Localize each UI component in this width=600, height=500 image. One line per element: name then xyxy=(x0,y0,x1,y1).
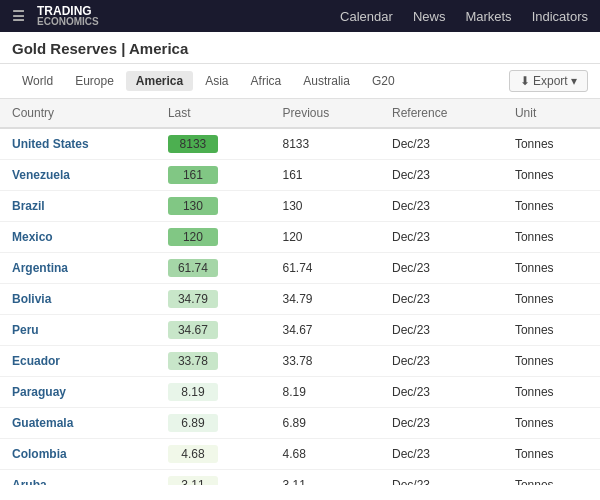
cell-reference: Dec/23 xyxy=(380,128,503,160)
tab-australia[interactable]: Australia xyxy=(293,71,360,91)
tab-africa[interactable]: Africa xyxy=(241,71,292,91)
tab-g20[interactable]: G20 xyxy=(362,71,405,91)
cell-unit: Tonnes xyxy=(503,470,600,486)
cell-last: 61.74 xyxy=(156,253,271,284)
cell-last: 161 xyxy=(156,160,271,191)
cell-unit: Tonnes xyxy=(503,439,600,470)
cell-country[interactable]: Brazil xyxy=(0,191,156,222)
cell-reference: Dec/23 xyxy=(380,222,503,253)
cell-country[interactable]: Colombia xyxy=(0,439,156,470)
cell-reference: Dec/23 xyxy=(380,408,503,439)
cell-country[interactable]: Ecuador xyxy=(0,346,156,377)
cell-previous: 34.67 xyxy=(271,315,380,346)
table-row: Paraguay8.198.19Dec/23Tonnes xyxy=(0,377,600,408)
cell-last: 34.67 xyxy=(156,315,271,346)
cell-reference: Dec/23 xyxy=(380,346,503,377)
cell-country[interactable]: Bolivia xyxy=(0,284,156,315)
col-last: Last xyxy=(156,99,271,128)
table-row: Brazil130130Dec/23Tonnes xyxy=(0,191,600,222)
col-previous: Previous xyxy=(271,99,380,128)
cell-last: 8133 xyxy=(156,128,271,160)
cell-country[interactable]: Mexico xyxy=(0,222,156,253)
page-title: Gold Reserves | America xyxy=(12,40,188,57)
cell-unit: Tonnes xyxy=(503,408,600,439)
region-tabs: World Europe America Asia Africa Austral… xyxy=(0,64,600,99)
cell-reference: Dec/23 xyxy=(380,377,503,408)
cell-country[interactable]: United States xyxy=(0,128,156,160)
cell-reference: Dec/23 xyxy=(380,191,503,222)
cell-last: 120 xyxy=(156,222,271,253)
table-header-row: Country Last Previous Reference Unit xyxy=(0,99,600,128)
tab-world[interactable]: World xyxy=(12,71,63,91)
cell-previous: 34.79 xyxy=(271,284,380,315)
table-row: Peru34.6734.67Dec/23Tonnes xyxy=(0,315,600,346)
cell-previous: 8133 xyxy=(271,128,380,160)
table-row: Bolivia34.7934.79Dec/23Tonnes xyxy=(0,284,600,315)
cell-unit: Tonnes xyxy=(503,315,600,346)
cell-last: 4.68 xyxy=(156,439,271,470)
cell-unit: Tonnes xyxy=(503,191,600,222)
cell-unit: Tonnes xyxy=(503,128,600,160)
cell-unit: Tonnes xyxy=(503,222,600,253)
cell-previous: 130 xyxy=(271,191,380,222)
cell-previous: 161 xyxy=(271,160,380,191)
tab-europe[interactable]: Europe xyxy=(65,71,124,91)
cell-last: 8.19 xyxy=(156,377,271,408)
cell-previous: 33.78 xyxy=(271,346,380,377)
col-reference: Reference xyxy=(380,99,503,128)
tab-asia[interactable]: Asia xyxy=(195,71,238,91)
cell-unit: Tonnes xyxy=(503,284,600,315)
cell-previous: 3.11 xyxy=(271,470,380,486)
cell-previous: 61.74 xyxy=(271,253,380,284)
nav-markets[interactable]: Markets xyxy=(465,9,511,24)
table-row: United States81338133Dec/23Tonnes xyxy=(0,128,600,160)
cell-reference: Dec/23 xyxy=(380,160,503,191)
cell-country[interactable]: Paraguay xyxy=(0,377,156,408)
nav-news[interactable]: News xyxy=(413,9,446,24)
cell-unit: Tonnes xyxy=(503,253,600,284)
table-row: Ecuador33.7833.78Dec/23Tonnes xyxy=(0,346,600,377)
cell-previous: 4.68 xyxy=(271,439,380,470)
logo: ☰ TRADING ECONOMICS xyxy=(12,5,99,27)
cell-reference: Dec/23 xyxy=(380,253,503,284)
cell-previous: 8.19 xyxy=(271,377,380,408)
cell-last: 130 xyxy=(156,191,271,222)
top-nav: Calendar News Markets Indicators xyxy=(340,9,588,24)
cell-unit: Tonnes xyxy=(503,377,600,408)
table-container: Country Last Previous Reference Unit Uni… xyxy=(0,99,600,485)
cell-previous: 120 xyxy=(271,222,380,253)
cell-last: 34.79 xyxy=(156,284,271,315)
logo-line2: ECONOMICS xyxy=(37,17,99,27)
hamburger-icon[interactable]: ☰ xyxy=(12,8,25,24)
cell-unit: Tonnes xyxy=(503,160,600,191)
col-unit: Unit xyxy=(503,99,600,128)
nav-indicators[interactable]: Indicators xyxy=(532,9,588,24)
cell-country[interactable]: Venezuela xyxy=(0,160,156,191)
cell-country[interactable]: Peru xyxy=(0,315,156,346)
cell-reference: Dec/23 xyxy=(380,439,503,470)
page-title-bar: Gold Reserves | America xyxy=(0,32,600,64)
cell-last: 33.78 xyxy=(156,346,271,377)
cell-country[interactable]: Aruba xyxy=(0,470,156,486)
table-row: Colombia4.684.68Dec/23Tonnes xyxy=(0,439,600,470)
cell-last: 3.11 xyxy=(156,470,271,486)
table-row: Guatemala6.896.89Dec/23Tonnes xyxy=(0,408,600,439)
export-button[interactable]: ⬇ Export ▾ xyxy=(509,70,588,92)
col-country: Country xyxy=(0,99,156,128)
cell-previous: 6.89 xyxy=(271,408,380,439)
header: ☰ TRADING ECONOMICS Calendar News Market… xyxy=(0,0,600,32)
cell-unit: Tonnes xyxy=(503,346,600,377)
cell-reference: Dec/23 xyxy=(380,315,503,346)
cell-last: 6.89 xyxy=(156,408,271,439)
cell-reference: Dec/23 xyxy=(380,284,503,315)
cell-country[interactable]: Argentina xyxy=(0,253,156,284)
tab-america[interactable]: America xyxy=(126,71,193,91)
nav-calendar[interactable]: Calendar xyxy=(340,9,393,24)
table-row: Argentina61.7461.74Dec/23Tonnes xyxy=(0,253,600,284)
table-row: Mexico120120Dec/23Tonnes xyxy=(0,222,600,253)
gold-reserves-table: Country Last Previous Reference Unit Uni… xyxy=(0,99,600,485)
table-row: Aruba3.113.11Dec/23Tonnes xyxy=(0,470,600,486)
cell-reference: Dec/23 xyxy=(380,470,503,486)
cell-country[interactable]: Guatemala xyxy=(0,408,156,439)
table-row: Venezuela161161Dec/23Tonnes xyxy=(0,160,600,191)
